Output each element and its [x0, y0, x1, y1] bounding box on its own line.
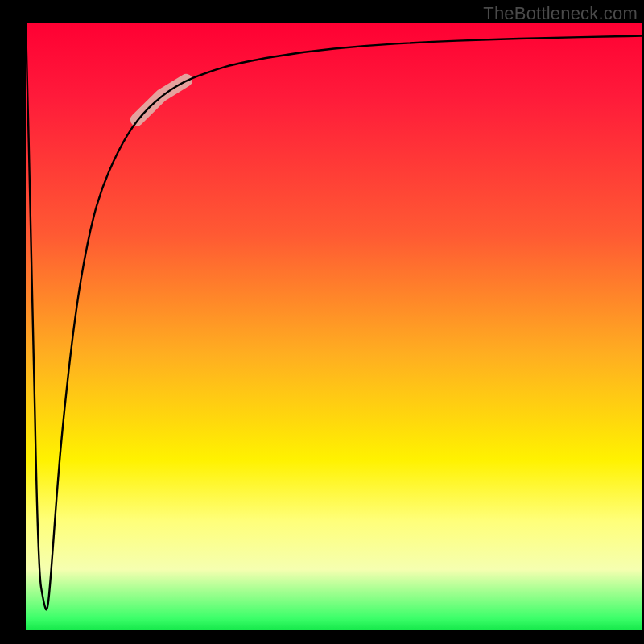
curve-line	[26, 23, 642, 609]
watermark-text: TheBottleneck.com	[483, 3, 638, 24]
curve-svg	[26, 23, 642, 630]
chart-frame: TheBottleneck.com	[0, 0, 644, 644]
plot-area	[26, 23, 642, 630]
